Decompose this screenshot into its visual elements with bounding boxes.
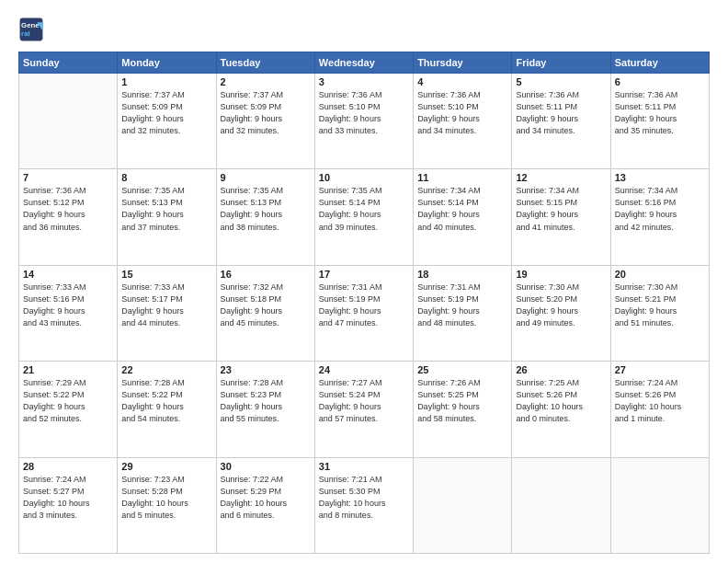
calendar-week-row: 14Sunrise: 7:33 AM Sunset: 5:16 PM Dayli… [19,265,710,361]
day-of-week-header: Thursday [414,52,512,74]
day-number: 29 [121,461,211,472]
day-number: 27 [615,364,705,375]
day-info: Sunrise: 7:35 AM Sunset: 5:14 PM Dayligh… [319,185,409,233]
calendar-cell: 25Sunrise: 7:26 AM Sunset: 5:25 PM Dayli… [414,362,512,457]
calendar-cell: 9Sunrise: 7:35 AM Sunset: 5:13 PM Daylig… [216,169,314,265]
day-info: Sunrise: 7:30 AM Sunset: 5:20 PM Dayligh… [516,282,606,329]
day-number: 5 [516,76,606,87]
day-info: Sunrise: 7:25 AM Sunset: 5:26 PM Dayligh… [516,377,606,425]
day-of-week-header: Saturday [610,52,709,74]
calendar-cell: 20Sunrise: 7:30 AM Sunset: 5:21 PM Dayli… [610,265,709,361]
day-number: 14 [23,269,113,280]
calendar-week-row: 7Sunrise: 7:36 AM Sunset: 5:12 PM Daylig… [19,169,710,265]
day-number: 4 [417,76,507,87]
day-number: 26 [516,364,606,375]
calendar-cell: 12Sunrise: 7:34 AM Sunset: 5:15 PM Dayli… [512,169,610,265]
day-of-week-header: Sunday [19,52,118,74]
day-info: Sunrise: 7:32 AM Sunset: 5:18 PM Dayligh… [221,282,311,329]
calendar-week-row: 1Sunrise: 7:37 AM Sunset: 5:09 PM Daylig… [19,74,710,169]
day-number: 18 [417,269,507,280]
calendar-cell: 18Sunrise: 7:31 AM Sunset: 5:19 PM Dayli… [414,265,512,361]
day-number: 7 [23,172,113,183]
calendar-cell [610,457,709,553]
day-number: 28 [23,461,113,472]
day-of-week-header: Tuesday [216,52,314,74]
day-info: Sunrise: 7:33 AM Sunset: 5:16 PM Dayligh… [23,282,113,329]
day-info: Sunrise: 7:33 AM Sunset: 5:17 PM Dayligh… [121,282,211,329]
calendar-cell [414,457,512,553]
calendar-cell: 24Sunrise: 7:27 AM Sunset: 5:24 PM Dayli… [314,362,413,457]
calendar-cell: 30Sunrise: 7:22 AM Sunset: 5:29 PM Dayli… [216,457,314,553]
day-number: 24 [319,364,409,375]
calendar-cell: 23Sunrise: 7:28 AM Sunset: 5:23 PM Dayli… [216,362,314,457]
day-number: 22 [121,364,211,375]
calendar-cell: 5Sunrise: 7:36 AM Sunset: 5:11 PM Daylig… [512,74,610,169]
calendar-cell: 26Sunrise: 7:25 AM Sunset: 5:26 PM Dayli… [512,362,610,457]
calendar-week-row: 28Sunrise: 7:24 AM Sunset: 5:27 PM Dayli… [19,457,710,553]
calendar-cell: 19Sunrise: 7:30 AM Sunset: 5:20 PM Dayli… [512,265,610,361]
day-number: 16 [221,269,311,280]
day-number: 6 [615,76,705,87]
calendar-cell [19,74,118,169]
calendar-cell: 16Sunrise: 7:32 AM Sunset: 5:18 PM Dayli… [216,265,314,361]
day-number: 12 [516,172,606,183]
day-of-week-header: Friday [512,52,610,74]
day-number: 1 [121,76,211,87]
calendar-cell: 27Sunrise: 7:24 AM Sunset: 5:26 PM Dayli… [610,362,709,457]
day-info: Sunrise: 7:30 AM Sunset: 5:21 PM Dayligh… [615,282,705,329]
calendar-cell [512,457,610,553]
calendar-cell: 6Sunrise: 7:36 AM Sunset: 5:11 PM Daylig… [610,74,709,169]
day-info: Sunrise: 7:24 AM Sunset: 5:26 PM Dayligh… [615,377,705,425]
calendar-cell: 31Sunrise: 7:21 AM Sunset: 5:30 PM Dayli… [314,457,413,553]
day-info: Sunrise: 7:34 AM Sunset: 5:14 PM Dayligh… [417,185,507,233]
day-number: 9 [221,172,311,183]
day-number: 8 [121,172,211,183]
day-number: 17 [319,269,409,280]
logo: Gene ral [18,17,48,42]
calendar-header-row: SundayMondayTuesdayWednesdayThursdayFrid… [19,52,710,74]
day-info: Sunrise: 7:36 AM Sunset: 5:11 PM Dayligh… [615,89,705,137]
day-info: Sunrise: 7:37 AM Sunset: 5:09 PM Dayligh… [221,89,311,137]
calendar-cell: 11Sunrise: 7:34 AM Sunset: 5:14 PM Dayli… [414,169,512,265]
day-info: Sunrise: 7:34 AM Sunset: 5:15 PM Dayligh… [516,185,606,233]
day-info: Sunrise: 7:36 AM Sunset: 5:11 PM Dayligh… [516,89,606,137]
day-number: 3 [319,76,409,87]
page: Gene ral SundayMondayTuesdayWednesdayThu… [0,0,728,563]
day-number: 15 [121,269,211,280]
day-info: Sunrise: 7:23 AM Sunset: 5:28 PM Dayligh… [121,474,211,522]
calendar-cell: 4Sunrise: 7:36 AM Sunset: 5:10 PM Daylig… [414,74,512,169]
calendar-cell: 8Sunrise: 7:35 AM Sunset: 5:13 PM Daylig… [118,169,216,265]
calendar-cell: 17Sunrise: 7:31 AM Sunset: 5:19 PM Dayli… [314,265,413,361]
day-number: 2 [221,76,311,87]
day-info: Sunrise: 7:36 AM Sunset: 5:10 PM Dayligh… [417,89,507,137]
day-info: Sunrise: 7:34 AM Sunset: 5:16 PM Dayligh… [615,185,705,233]
calendar-cell: 1Sunrise: 7:37 AM Sunset: 5:09 PM Daylig… [118,74,216,169]
day-number: 11 [417,172,507,183]
calendar-cell: 15Sunrise: 7:33 AM Sunset: 5:17 PM Dayli… [118,265,216,361]
calendar-table: SundayMondayTuesdayWednesdayThursdayFrid… [18,52,710,554]
day-info: Sunrise: 7:36 AM Sunset: 5:10 PM Dayligh… [319,89,409,137]
calendar-cell: 2Sunrise: 7:37 AM Sunset: 5:09 PM Daylig… [216,74,314,169]
calendar-cell: 10Sunrise: 7:35 AM Sunset: 5:14 PM Dayli… [314,169,413,265]
day-info: Sunrise: 7:31 AM Sunset: 5:19 PM Dayligh… [319,282,409,329]
day-number: 13 [615,172,705,183]
day-info: Sunrise: 7:28 AM Sunset: 5:22 PM Dayligh… [121,377,211,425]
calendar-cell: 28Sunrise: 7:24 AM Sunset: 5:27 PM Dayli… [19,457,118,553]
svg-text:Gene: Gene [21,21,40,29]
day-info: Sunrise: 7:27 AM Sunset: 5:24 PM Dayligh… [319,377,409,425]
calendar-week-row: 21Sunrise: 7:29 AM Sunset: 5:22 PM Dayli… [19,362,710,457]
day-number: 21 [23,364,113,375]
calendar-cell: 14Sunrise: 7:33 AM Sunset: 5:16 PM Dayli… [19,265,118,361]
day-info: Sunrise: 7:29 AM Sunset: 5:22 PM Dayligh… [23,377,113,425]
day-of-week-header: Wednesday [314,52,413,74]
day-info: Sunrise: 7:28 AM Sunset: 5:23 PM Dayligh… [221,377,311,425]
day-number: 10 [319,172,409,183]
day-info: Sunrise: 7:21 AM Sunset: 5:30 PM Dayligh… [319,474,409,522]
day-info: Sunrise: 7:35 AM Sunset: 5:13 PM Dayligh… [121,185,211,233]
calendar-cell: 22Sunrise: 7:28 AM Sunset: 5:22 PM Dayli… [118,362,216,457]
day-of-week-header: Monday [118,52,216,74]
calendar-cell: 29Sunrise: 7:23 AM Sunset: 5:28 PM Dayli… [118,457,216,553]
calendar-cell: 21Sunrise: 7:29 AM Sunset: 5:22 PM Dayli… [19,362,118,457]
day-number: 25 [417,364,507,375]
day-info: Sunrise: 7:22 AM Sunset: 5:29 PM Dayligh… [221,474,311,522]
